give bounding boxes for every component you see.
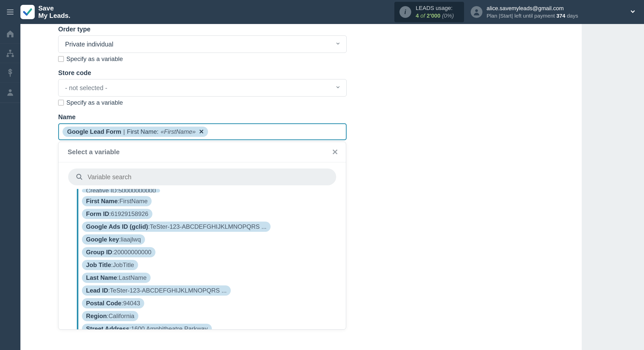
account-text: alice.savemyleads@gmail.com Plan |Start|… (487, 5, 578, 19)
variable-item[interactable]: Job Title: JobTitle (82, 260, 138, 270)
account-email: alice.savemyleads@gmail.com (487, 5, 578, 12)
sidebar-billing[interactable] (0, 63, 20, 82)
brand-logo (20, 5, 35, 19)
field-store-code: Store code - not selected - Specify as a… (58, 65, 347, 106)
variable-search-input[interactable] (88, 173, 329, 181)
order-type-value: Private individual (65, 41, 113, 48)
order-type-specify-label: Specify as a variable (66, 55, 123, 63)
app-header: Save My Leads. i LEADS usage: 4 of 2'000… (0, 0, 644, 24)
brand-line1: Save (38, 5, 70, 12)
search-icon (76, 173, 83, 180)
order-type-specify-checkbox[interactable] (58, 56, 64, 62)
variable-panel: Select a variable ✕ Creative ID: 5000000… (58, 142, 346, 330)
name-chip[interactable]: Google Lead Form | First Name: «FirstNam… (63, 127, 208, 137)
usage-count: 4 (416, 13, 419, 19)
chip-remove[interactable]: ✕ (199, 128, 204, 135)
store-code-specify-label: Specify as a variable (66, 99, 123, 106)
sidebar-account[interactable] (0, 82, 20, 102)
chip-var: «FirstName» (161, 128, 196, 135)
variable-item[interactable]: Last Name: LastName (82, 273, 151, 283)
svg-point-7 (9, 89, 11, 92)
variable-panel-header: Select a variable ✕ (58, 142, 346, 162)
brand-line2: My Leads. (38, 12, 70, 19)
account-chevron[interactable] (629, 8, 636, 16)
usage-total: 2'000 (427, 13, 440, 19)
store-code-label: Store code (58, 69, 347, 77)
variable-panel-close[interactable]: ✕ (332, 148, 338, 156)
sidebar-connections[interactable] (0, 43, 20, 63)
variable-item[interactable]: Google Ads ID (gclid): TeSter-123-ABCDEF… (82, 222, 271, 232)
chip-source: Google Lead Form (67, 128, 121, 135)
variable-item[interactable]: Form ID: 61929158926 (82, 209, 152, 219)
name-label: Name (58, 113, 347, 121)
usage-values: 4 of 2'000 (0%) (416, 12, 454, 20)
main-content: Order type Private individual Specify as… (20, 24, 582, 350)
chevron-down-icon (335, 41, 341, 48)
info-icon: i (399, 6, 411, 18)
user-icon (472, 8, 481, 16)
store-code-select[interactable]: - not selected - (58, 79, 347, 96)
svg-rect-4 (9, 50, 11, 51)
sidebar-home[interactable] (0, 24, 20, 43)
variable-list[interactable]: Creative ID: 50000000000First Name: Firs… (77, 189, 341, 329)
svg-point-8 (77, 174, 81, 178)
variable-panel-title: Select a variable (68, 148, 120, 156)
chevron-down-icon (335, 84, 341, 92)
order-type-specify-row[interactable]: Specify as a variable (58, 55, 347, 63)
svg-rect-6 (12, 55, 14, 57)
sidebar (0, 24, 20, 350)
variable-item[interactable]: First Name: FirstName (82, 196, 152, 206)
order-type-label: Order type (58, 26, 347, 33)
avatar-icon (471, 6, 482, 18)
variable-item[interactable]: Region: California (82, 311, 138, 321)
field-order-type: Order type Private individual Specify as… (58, 24, 347, 63)
name-input[interactable]: Google Lead Form | First Name: «FirstNam… (58, 123, 347, 140)
brand-text: Save My Leads. (38, 5, 70, 19)
dollar-icon (6, 68, 15, 77)
brand[interactable]: Save My Leads. (20, 5, 70, 19)
usage-text: LEADS usage: 4 of 2'000 (0%) (416, 4, 454, 19)
chip-field: First Name: (127, 128, 159, 135)
variable-item[interactable]: Group ID: 20000000000 (82, 247, 155, 257)
usage-box[interactable]: i LEADS usage: 4 of 2'000 (0%) (394, 2, 464, 22)
svg-point-3 (475, 9, 478, 12)
store-code-specify-checkbox[interactable] (58, 100, 64, 105)
svg-line-9 (80, 178, 82, 180)
usage-pct: (0%) (442, 13, 454, 19)
variable-item[interactable]: Lead ID: TeSter-123-ABCDEFGHIJKLMNOPQRS … (82, 285, 231, 296)
account-plan: Plan |Start| left until payment 374 days (487, 12, 578, 19)
usage-of: of (420, 13, 425, 19)
variable-item[interactable]: Postal Code: 94043 (82, 298, 144, 308)
sitemap-icon (6, 49, 15, 58)
variable-search[interactable] (68, 168, 336, 185)
variable-item-cutoff[interactable]: Creative ID: 50000000000 (82, 189, 160, 192)
order-type-select[interactable]: Private individual (58, 35, 347, 53)
chevron-down-icon (629, 8, 636, 15)
account-box[interactable]: alice.savemyleads@gmail.com Plan |Start|… (471, 5, 578, 19)
hamburger-button[interactable] (0, 0, 20, 24)
variable-item[interactable]: Google key: liaajlwq (82, 234, 145, 245)
hamburger-icon (6, 8, 15, 16)
svg-rect-5 (7, 55, 9, 57)
home-icon (6, 29, 15, 38)
field-name: Name Google Lead Form | First Name: «Fir… (58, 109, 347, 330)
variable-item[interactable]: Street Address: 1600 Amphitheatre Parkwa… (82, 324, 212, 329)
store-code-value: - not selected - (65, 84, 107, 92)
check-icon (22, 7, 33, 17)
user-icon (6, 88, 15, 96)
usage-label: LEADS usage: (416, 4, 454, 12)
store-code-specify-row[interactable]: Specify as a variable (58, 99, 347, 106)
